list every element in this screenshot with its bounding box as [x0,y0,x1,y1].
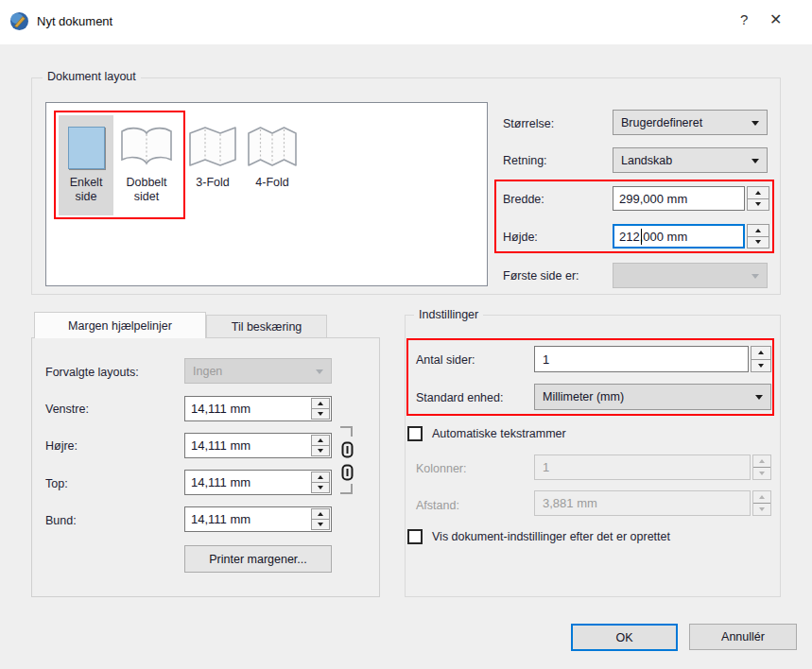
spin-down-button[interactable] [312,520,329,529]
tab-margen-hjaelpelinjer[interactable]: Margen hjælpelinjer [34,312,206,338]
margin-left-value: 14,111 mm [191,402,251,416]
annotation-rect-settings [406,338,774,416]
printer-margins-button[interactable]: Printer margener... [184,545,332,573]
margin-left-input[interactable]: 14,111 mm [184,396,332,421]
margin-left-label: Venstre: [45,403,89,416]
spin-up-icon [318,512,323,516]
link-bracket-bottom [340,484,353,494]
chevron-down-icon [752,159,759,163]
spin-up-icon [318,438,323,442]
size-value: Brugerdefineret [621,116,702,129]
margin-top-input[interactable]: 14,111 mm [184,470,332,495]
spin-down-icon [759,507,765,511]
spin-up-button[interactable] [312,509,329,520]
layout-item-label: 3-Fold [196,176,229,190]
margin-left-spinner[interactable] [311,398,330,420]
gap-value: 3,881 mm [543,496,597,510]
new-document-dialog: Nyt dokument ? ✕ Dokument layout Enkelt … [0,0,812,669]
orientation-dropdown[interactable]: Landskab [613,147,768,173]
spin-down-icon [318,486,323,489]
spin-up-icon [759,459,765,463]
spin-down-icon [318,412,323,416]
settings-group-label: Indstillinger [414,308,483,321]
margin-top-label: Top: [45,477,68,490]
trifold-icon [188,120,237,169]
orientation-value: Landskab [621,154,672,167]
help-button[interactable]: ? [740,11,748,27]
chevron-down-icon [316,369,323,374]
spin-down-icon [759,472,765,475]
spin-up-icon [759,495,765,499]
size-dropdown[interactable]: Brugerdefineret [613,110,768,135]
gap-label: Afstand: [416,499,459,512]
button-label: OK [615,631,632,644]
button-label: Printer margener... [209,553,307,566]
button-label: Annullér [721,630,765,643]
auto-text-frames-checkbox[interactable] [407,426,423,441]
spin-down-icon [318,523,323,526]
link-bracket-top [340,426,353,437]
show-settings-after-label: Vis dokument-indstillinger efter det er … [432,530,670,543]
margin-bottom-value: 14,111 mm [191,512,251,526]
spin-down-button[interactable] [312,409,329,419]
chevron-down-icon [752,121,759,126]
paperclip-icon[interactable] [341,441,354,462]
fourfold-icon [247,120,298,169]
preset-layouts-label: Forvalgte layouts: [45,366,139,379]
orientation-label: Retning: [503,154,547,167]
show-settings-after-checkbox[interactable] [407,529,423,544]
margin-top-value: 14,111 mm [191,475,251,489]
first-page-dropdown [613,263,768,288]
layout-item-3-fold[interactable]: 3-Fold [183,115,242,215]
columns-input: 1 [534,455,751,480]
chevron-down-icon [752,274,759,279]
spin-down-button[interactable] [312,483,329,492]
margin-bottom-input[interactable]: 14,111 mm [184,506,332,532]
layout-item-4-fold[interactable]: 4-Fold [242,115,302,215]
first-page-label: Første side er: [503,269,579,283]
window-title: Nyt dokument [37,14,112,28]
spin-up-icon [318,402,323,405]
columns-value: 1 [543,460,549,474]
layout-item-label: 4-Fold [255,176,288,190]
auto-text-frames-label: Automatiske tekstrammer [432,427,566,440]
tab-label: Til beskæring [232,320,302,334]
cancel-button[interactable]: Annullér [689,624,797,650]
ok-button[interactable]: OK [571,624,678,651]
paperclip-icon[interactable] [341,464,354,485]
gap-spinner [752,490,771,516]
margin-right-value: 14,111 mm [191,438,251,453]
margin-right-label: Højre: [45,439,78,453]
app-icon [9,11,29,35]
preset-layouts-dropdown: Ingen [184,358,332,384]
spin-up-button[interactable] [312,436,329,446]
margin-right-input[interactable]: 14,111 mm [184,433,332,458]
annotation-rect-layout [54,111,185,219]
gap-input: 3,881 mm [534,490,751,516]
tab-til-beskaering[interactable]: Til beskæring [206,315,327,337]
close-button[interactable]: ✕ [769,10,782,28]
spin-down-icon [318,449,323,453]
margin-top-spinner[interactable] [311,472,330,493]
spin-down-button[interactable] [312,446,329,455]
columns-label: Kolonner: [416,462,467,475]
preset-layouts-value: Ingen [193,365,222,378]
title-bar: Nyt dokument ? ✕ [0,0,812,44]
document-layout-group-label: Dokument layout [43,70,141,83]
tab-label: Margen hjælpelinjer [68,319,172,333]
annotation-rect-dimensions [494,180,774,253]
spin-up-button[interactable] [312,399,329,409]
columns-spinner [752,455,771,480]
margin-bottom-spinner[interactable] [311,508,330,530]
spin-up-icon [318,475,323,479]
size-label: Størrelse: [503,117,554,130]
margin-right-spinner[interactable] [311,435,330,456]
spin-up-button[interactable] [312,472,329,483]
margin-bottom-label: Bund: [45,514,77,527]
